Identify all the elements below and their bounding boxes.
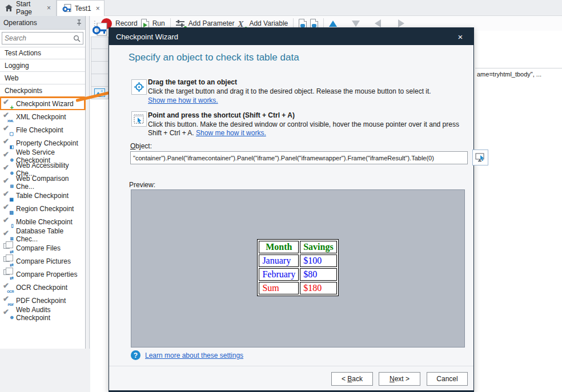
show-me-how-link[interactable]: Show me how it works. bbox=[148, 96, 218, 104]
database-table-checkpoint-icon: ✔≣ bbox=[3, 230, 13, 240]
sidebar-item-table-checkpoint[interactable]: ✔▦ Table Checkpoint bbox=[0, 189, 85, 202]
category-checkpoints[interactable]: Checkpoints bbox=[0, 84, 85, 97]
table-header-row: Month Savings bbox=[259, 241, 336, 253]
tab-label: Test1 bbox=[75, 5, 91, 13]
help-row: ? Learn more about these settings bbox=[131, 350, 243, 360]
item-label: OCR Checkpoint bbox=[16, 284, 67, 292]
grid-cell[interactable] bbox=[91, 74, 109, 87]
panel-title: Operations bbox=[3, 19, 75, 27]
operations-panel: Operations Test Actions Logging Web Chec… bbox=[0, 16, 86, 349]
item-label: Web Audits Checkpoint bbox=[16, 306, 85, 322]
home-icon bbox=[5, 5, 13, 11]
tab-label: Start Page bbox=[16, 0, 42, 16]
sidebar-item-region-checkpoint[interactable]: ✔▨ Region Checkpoint bbox=[0, 202, 85, 215]
table-cell: $100 bbox=[300, 254, 336, 267]
compare-files-icon: ⇄ bbox=[3, 243, 13, 253]
item-label: File Checkpoint bbox=[16, 126, 63, 134]
sidebar-item-checkpoint-wizard[interactable]: ✔+ Checkpoint Wizard bbox=[0, 97, 85, 110]
item-label: Compare Files bbox=[16, 244, 61, 252]
dialog-titlebar: Checkpoint Wizard × bbox=[109, 28, 473, 45]
table-header: Savings bbox=[300, 241, 336, 253]
add-parameter-button[interactable]: Add Parameter bbox=[188, 19, 235, 27]
compare-pictures-icon: ⇄ bbox=[3, 256, 13, 266]
sidebar-item-compare-files[interactable]: ⇄ Compare Files bbox=[0, 241, 85, 254]
tab-bar: Start Page × Test1 × bbox=[0, 0, 562, 16]
record-button[interactable]: Record bbox=[115, 19, 138, 27]
tab-start-page[interactable]: Start Page × bbox=[0, 0, 57, 16]
item-label: Compare Properties bbox=[16, 270, 77, 278]
category-test-actions[interactable]: Test Actions bbox=[0, 47, 85, 59]
option-point-title: Point and press the shortcut (Shift + Ct… bbox=[148, 111, 295, 119]
object-input[interactable] bbox=[130, 151, 468, 164]
forward-arrow-icon bbox=[398, 19, 404, 27]
pin-icon[interactable] bbox=[75, 19, 82, 26]
drag-target-button[interactable] bbox=[131, 79, 147, 95]
compare-properties-icon: ⇄ bbox=[3, 269, 13, 279]
add-variable-button[interactable]: Add Variable bbox=[249, 19, 288, 27]
mobile-checkpoint-icon: ✔▯ bbox=[3, 217, 13, 227]
search-icon bbox=[73, 35, 81, 42]
operations-list: Test Actions Logging Web Checkpoints ✔+ … bbox=[0, 47, 85, 320]
document-icon[interactable] bbox=[310, 19, 318, 29]
monitor-icon bbox=[475, 153, 485, 163]
operations-panel-header: Operations bbox=[0, 16, 85, 30]
add-variable-icon[interactable]: X bbox=[238, 19, 246, 28]
dialog-title: Checkpoint Wizard bbox=[116, 33, 454, 41]
sidebar-item-web-comparison-checkpoint[interactable]: ✔⊞ Web Comparison Che... bbox=[0, 176, 85, 189]
sidebar-item-file-checkpoint[interactable]: ✔▢ File Checkpoint bbox=[0, 123, 85, 136]
option-drag-desc: Click the target button and drag it to t… bbox=[148, 87, 465, 96]
category-logging[interactable]: Logging bbox=[0, 59, 85, 72]
grid-cell[interactable] bbox=[91, 62, 109, 74]
operation-partial-text: ame=tryhtml_tbody", ... bbox=[477, 71, 541, 78]
grid-cell[interactable] bbox=[91, 37, 109, 49]
run-button[interactable]: Run bbox=[152, 19, 165, 27]
add-parameter-icon[interactable] bbox=[176, 19, 185, 27]
tab-test1[interactable]: Test1 × bbox=[57, 0, 105, 16]
learn-more-link[interactable]: Learn more about these settings bbox=[145, 351, 243, 359]
sidebar-item-ocr-checkpoint[interactable]: ✔OCR OCR Checkpoint bbox=[0, 281, 85, 294]
highlight-object-button[interactable] bbox=[472, 149, 488, 165]
tab-close-icon[interactable]: × bbox=[47, 4, 51, 12]
sidebar-item-compare-properties[interactable]: ⇄ Compare Properties bbox=[0, 268, 85, 281]
item-label: Region Checkpoint bbox=[16, 205, 74, 213]
point-shortcut-button[interactable] bbox=[131, 111, 147, 127]
preview-table: Month Savings January $100 February $80 … bbox=[257, 239, 338, 296]
web-audits-checkpoint-icon: ✔⊕ bbox=[3, 309, 13, 318]
document-icon[interactable] bbox=[299, 19, 307, 29]
object-label: Object: bbox=[130, 142, 152, 150]
table-checkpoint-icon: ✔▦ bbox=[3, 191, 13, 200]
item-label: PDF Checkpoint bbox=[16, 297, 66, 305]
item-label: Compare Pictures bbox=[16, 257, 71, 265]
window-pointer-icon bbox=[134, 114, 144, 124]
cancel-button[interactable]: Cancel bbox=[427, 372, 468, 386]
panel-splitter[interactable] bbox=[89, 16, 90, 349]
target-icon bbox=[134, 82, 144, 92]
table-cell: February bbox=[259, 268, 299, 281]
sidebar-item-xml-checkpoint[interactable]: ✔XML XML Checkpoint bbox=[0, 110, 85, 123]
close-icon[interactable]: × bbox=[454, 32, 467, 42]
sidebar-item-compare-pictures[interactable]: ⇄ Compare Pictures bbox=[0, 254, 85, 268]
item-label: Table Checkpoint bbox=[16, 192, 69, 200]
sidebar-item-database-table-checkpoint[interactable]: ✔≣ Database Table Chec... bbox=[0, 228, 85, 241]
dialog-heading: Specify an object to check its table dat… bbox=[129, 52, 299, 63]
preview-area: Month Savings January $100 February $80 … bbox=[131, 189, 465, 347]
move-up-icon[interactable] bbox=[329, 21, 337, 27]
application-window: Start Page × Test1 × ⋮ Record Run Add Pa… bbox=[0, 0, 562, 392]
sidebar-item-web-audits-checkpoint[interactable]: ✔⊕ Web Audits Checkpoint bbox=[0, 307, 85, 320]
table-row: February $80 bbox=[259, 268, 336, 281]
table-cell: $80 bbox=[300, 268, 336, 281]
grid-cell[interactable] bbox=[91, 49, 109, 62]
item-label: Mobile Checkpoint bbox=[16, 218, 73, 226]
run-icon[interactable] bbox=[141, 19, 149, 29]
category-web[interactable]: Web bbox=[0, 72, 85, 84]
item-label: Database Table Chec... bbox=[16, 227, 85, 243]
xml-checkpoint-icon: ✔XML bbox=[3, 112, 13, 122]
next-button[interactable]: Next > bbox=[379, 372, 420, 386]
back-button[interactable]: < Back bbox=[331, 372, 373, 386]
show-me-how-link[interactable]: Show me how it works. bbox=[196, 129, 266, 137]
table-header: Month bbox=[259, 241, 299, 253]
option-drag-title: Drag the target to an object bbox=[148, 78, 237, 86]
preview-label: Preview: bbox=[129, 181, 155, 189]
tab-close-icon[interactable]: × bbox=[96, 5, 100, 13]
search-input[interactable] bbox=[5, 34, 73, 42]
